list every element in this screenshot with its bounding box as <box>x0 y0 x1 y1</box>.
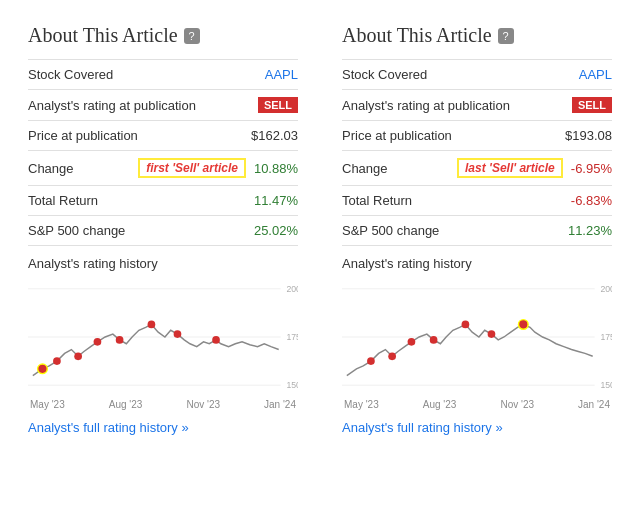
svg-point-27 <box>518 320 528 330</box>
left-panel: About This Article ? Stock Covered AAPL … <box>16 16 310 444</box>
svg-point-24 <box>462 321 470 329</box>
right-row-return: Total Return -6.83% <box>342 186 612 216</box>
right-x-label-0: May '23 <box>344 399 379 410</box>
svg-text:150: 150 <box>286 380 298 390</box>
right-panel-title: About This Article ? <box>342 24 612 47</box>
left-chart-section: Analyst's rating history 200 175 150 <box>28 256 298 410</box>
left-label-stock: Stock Covered <box>28 67 113 82</box>
left-highlight-box: first 'Sell' article <box>138 158 246 178</box>
svg-point-9 <box>116 336 124 344</box>
right-label-rating: Analyst's rating at publication <box>342 98 510 113</box>
right-label-price: Price at publication <box>342 128 452 143</box>
svg-text:175: 175 <box>600 332 612 342</box>
right-label-stock: Stock Covered <box>342 67 427 82</box>
left-sell-badge: SELL <box>258 97 298 113</box>
left-rating-link[interactable]: Analyst's full rating history » <box>28 420 189 435</box>
left-value-change: 10.88% <box>254 161 298 176</box>
right-row-stock: Stock Covered AAPL <box>342 60 612 90</box>
svg-point-25 <box>488 330 496 338</box>
left-row-price: Price at publication $162.03 <box>28 121 298 151</box>
svg-text:150: 150 <box>600 380 612 390</box>
left-value-return: 11.47% <box>254 193 298 208</box>
right-row-price: Price at publication $193.08 <box>342 121 612 151</box>
left-row-sp500: S&P 500 change 25.02% <box>28 216 298 246</box>
left-label-change: Change <box>28 161 74 176</box>
left-x-label-2: Nov '23 <box>186 399 220 410</box>
left-row-rating: Analyst's rating at publication SELL <box>28 90 298 121</box>
left-x-label-1: Aug '23 <box>109 399 143 410</box>
main-container: About This Article ? Stock Covered AAPL … <box>16 16 624 444</box>
right-label-sp500: S&P 500 change <box>342 223 439 238</box>
left-label-rating: Analyst's rating at publication <box>28 98 196 113</box>
left-row-stock: Stock Covered AAPL <box>28 60 298 90</box>
left-row-change: Change first 'Sell' article 10.88% <box>28 151 298 186</box>
svg-point-21 <box>388 352 396 360</box>
svg-point-20 <box>367 357 375 365</box>
svg-text:200: 200 <box>286 284 298 294</box>
right-row-change: Change last 'Sell' article -6.95% <box>342 151 612 186</box>
left-chart-wrapper: 200 175 150 <box>28 277 298 397</box>
svg-point-23 <box>430 336 438 344</box>
right-label-return: Total Return <box>342 193 412 208</box>
right-x-label-2: Nov '23 <box>500 399 534 410</box>
right-row-rating: Analyst's rating at publication SELL <box>342 90 612 121</box>
right-x-label-3: Jan '24 <box>578 399 610 410</box>
left-value-stock: AAPL <box>265 67 298 82</box>
svg-point-6 <box>53 357 61 365</box>
right-x-label-1: Aug '23 <box>423 399 457 410</box>
right-title-text: About This Article <box>342 24 492 47</box>
left-chart-title: Analyst's rating history <box>28 256 298 271</box>
right-help-icon[interactable]: ? <box>498 28 514 44</box>
left-title-text: About This Article <box>28 24 178 47</box>
svg-point-11 <box>174 330 182 338</box>
left-value-price: $162.03 <box>251 128 298 143</box>
svg-point-13 <box>38 364 48 374</box>
left-x-labels: May '23 Aug '23 Nov '23 Jan '24 <box>28 399 298 410</box>
right-chart-svg: 200 175 150 <box>342 277 612 397</box>
left-panel-title: About This Article ? <box>28 24 298 47</box>
right-value-sp500: 11.23% <box>568 223 612 238</box>
left-value-sp500: 25.02% <box>254 223 298 238</box>
right-row-sp500: S&P 500 change 11.23% <box>342 216 612 246</box>
right-chart-wrapper: 200 175 150 <box>342 277 612 397</box>
right-value-price: $193.08 <box>565 128 612 143</box>
right-x-labels: May '23 Aug '23 Nov '23 Jan '24 <box>342 399 612 410</box>
svg-point-12 <box>212 336 220 344</box>
svg-text:200: 200 <box>600 284 612 294</box>
right-value-stock: AAPL <box>579 67 612 82</box>
left-row-return: Total Return 11.47% <box>28 186 298 216</box>
right-label-change: Change <box>342 161 388 176</box>
svg-point-7 <box>74 352 82 360</box>
right-highlight-box: last 'Sell' article <box>457 158 563 178</box>
svg-text:175: 175 <box>286 332 298 342</box>
left-label-return: Total Return <box>28 193 98 208</box>
svg-point-22 <box>408 338 416 346</box>
left-label-price: Price at publication <box>28 128 138 143</box>
left-help-icon[interactable]: ? <box>184 28 200 44</box>
right-chart-section: Analyst's rating history 200 175 150 <box>342 256 612 410</box>
svg-point-8 <box>94 338 102 346</box>
left-x-label-0: May '23 <box>30 399 65 410</box>
right-value-change: -6.95% <box>571 161 612 176</box>
right-panel: About This Article ? Stock Covered AAPL … <box>330 16 624 444</box>
left-label-sp500: S&P 500 change <box>28 223 125 238</box>
right-rating-link[interactable]: Analyst's full rating history » <box>342 420 503 435</box>
svg-point-10 <box>148 321 156 329</box>
left-chart-svg: 200 175 150 <box>28 277 298 397</box>
right-chart-title: Analyst's rating history <box>342 256 612 271</box>
right-sell-badge: SELL <box>572 97 612 113</box>
right-value-return: -6.83% <box>571 193 612 208</box>
left-x-label-3: Jan '24 <box>264 399 296 410</box>
